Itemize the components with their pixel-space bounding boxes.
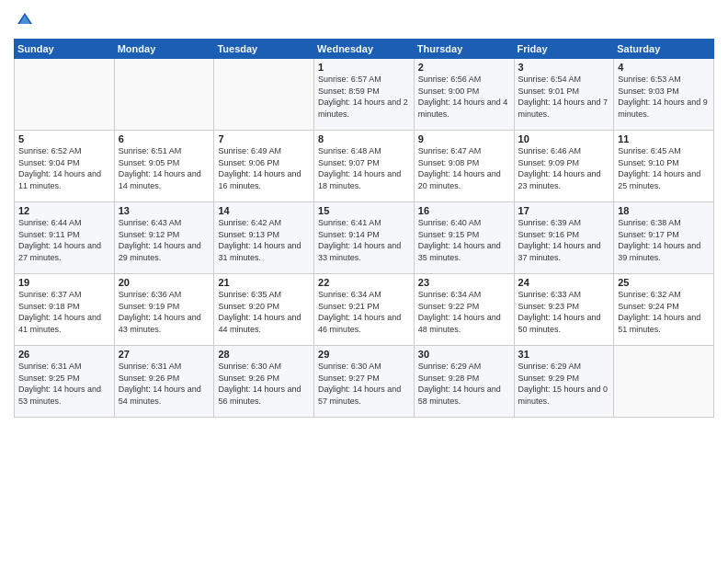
day-info: Sunrise: 6:35 AMSunset: 9:20 PMDaylight:… [218,289,310,335]
day-number: 23 [418,277,510,288]
calendar-table: SundayMondayTuesdayWednesdayThursdayFrid… [14,39,714,418]
day-info: Sunrise: 6:36 AMSunset: 9:19 PMDaylight:… [119,289,210,335]
day-info: Sunrise: 6:30 AMSunset: 9:26 PMDaylight:… [218,361,310,407]
day-info: Sunrise: 6:54 AMSunset: 9:01 PMDaylight:… [518,74,610,120]
day-info: Sunrise: 6:32 AMSunset: 9:24 PMDaylight:… [618,289,710,335]
calendar-cell: 3Sunrise: 6:54 AMSunset: 9:01 PMDaylight… [514,59,614,131]
calendar-week-row: 26Sunrise: 6:31 AMSunset: 9:25 PMDayligh… [15,346,714,418]
day-number: 17 [518,205,610,216]
calendar-cell: 4Sunrise: 6:53 AMSunset: 9:03 PMDaylight… [614,59,714,131]
calendar-cell: 30Sunrise: 6:29 AMSunset: 9:28 PMDayligh… [414,346,514,418]
day-info: Sunrise: 6:56 AMSunset: 9:00 PMDaylight:… [418,74,510,120]
day-info: Sunrise: 6:51 AMSunset: 9:05 PMDaylight:… [119,145,210,191]
day-info: Sunrise: 6:39 AMSunset: 9:16 PMDaylight:… [518,217,610,263]
calendar-cell [214,59,314,131]
calendar-cell: 10Sunrise: 6:46 AMSunset: 9:09 PMDayligh… [514,131,614,202]
day-info: Sunrise: 6:40 AMSunset: 9:15 PMDaylight:… [418,217,510,263]
day-info: Sunrise: 6:31 AMSunset: 9:25 PMDaylight:… [18,361,110,407]
logo-icon [14,9,36,31]
calendar-cell [15,59,115,131]
day-info: Sunrise: 6:44 AMSunset: 9:11 PMDaylight:… [18,217,110,263]
col-header-sunday: Sunday [15,40,115,59]
day-number: 31 [518,349,610,360]
calendar-cell: 23Sunrise: 6:34 AMSunset: 9:22 PMDayligh… [414,274,514,346]
calendar-header-row: SundayMondayTuesdayWednesdayThursdayFrid… [15,40,714,59]
day-number: 12 [18,205,110,216]
day-info: Sunrise: 6:30 AMSunset: 9:27 PMDaylight:… [318,361,410,407]
day-info: Sunrise: 6:41 AMSunset: 9:14 PMDaylight:… [318,217,410,263]
day-info: Sunrise: 6:38 AMSunset: 9:17 PMDaylight:… [618,217,710,263]
day-number: 29 [318,349,410,360]
day-number: 1 [318,62,410,73]
day-info: Sunrise: 6:53 AMSunset: 9:03 PMDaylight:… [618,74,710,120]
col-header-friday: Friday [514,40,614,59]
calendar-cell: 19Sunrise: 6:37 AMSunset: 9:18 PMDayligh… [15,274,115,346]
calendar-week-row: 5Sunrise: 6:52 AMSunset: 9:04 PMDaylight… [15,131,714,202]
calendar-cell: 5Sunrise: 6:52 AMSunset: 9:04 PMDaylight… [15,131,115,202]
calendar-cell: 21Sunrise: 6:35 AMSunset: 9:20 PMDayligh… [214,274,314,346]
calendar-cell: 7Sunrise: 6:49 AMSunset: 9:06 PMDaylight… [214,131,314,202]
calendar-cell: 13Sunrise: 6:43 AMSunset: 9:12 PMDayligh… [114,202,214,274]
day-number: 24 [518,277,610,288]
day-number: 11 [618,133,710,144]
calendar-cell: 17Sunrise: 6:39 AMSunset: 9:16 PMDayligh… [514,202,614,274]
day-info: Sunrise: 6:33 AMSunset: 9:23 PMDaylight:… [518,289,610,335]
day-info: Sunrise: 6:42 AMSunset: 9:13 PMDaylight:… [218,217,310,263]
day-info: Sunrise: 6:46 AMSunset: 9:09 PMDaylight:… [518,145,610,191]
day-number: 21 [218,277,310,288]
day-number: 4 [618,62,710,73]
day-info: Sunrise: 6:29 AMSunset: 9:29 PMDaylight:… [518,361,610,407]
calendar-cell: 25Sunrise: 6:32 AMSunset: 9:24 PMDayligh… [614,274,714,346]
day-number: 14 [218,205,310,216]
col-header-saturday: Saturday [614,40,714,59]
day-number: 20 [119,277,210,288]
calendar-cell: 27Sunrise: 6:31 AMSunset: 9:26 PMDayligh… [114,346,214,418]
day-number: 28 [218,349,310,360]
col-header-tuesday: Tuesday [214,40,314,59]
day-info: Sunrise: 6:47 AMSunset: 9:08 PMDaylight:… [418,145,510,191]
calendar-cell: 2Sunrise: 6:56 AMSunset: 9:00 PMDaylight… [414,59,514,131]
day-number: 8 [318,133,410,144]
day-number: 26 [18,349,110,360]
day-number: 3 [518,62,610,73]
calendar-cell: 22Sunrise: 6:34 AMSunset: 9:21 PMDayligh… [314,274,415,346]
day-info: Sunrise: 6:52 AMSunset: 9:04 PMDaylight:… [18,145,110,191]
day-info: Sunrise: 6:49 AMSunset: 9:06 PMDaylight:… [218,145,310,191]
col-header-wednesday: Wednesday [314,40,415,59]
day-number: 9 [418,133,510,144]
calendar-cell: 18Sunrise: 6:38 AMSunset: 9:17 PMDayligh… [614,202,714,274]
page-header [14,9,714,31]
day-number: 22 [318,277,410,288]
col-header-thursday: Thursday [414,40,514,59]
col-header-monday: Monday [114,40,214,59]
day-number: 30 [418,349,510,360]
calendar-cell: 20Sunrise: 6:36 AMSunset: 9:19 PMDayligh… [114,274,214,346]
day-number: 7 [218,133,310,144]
calendar-cell: 28Sunrise: 6:30 AMSunset: 9:26 PMDayligh… [214,346,314,418]
day-number: 5 [18,133,110,144]
day-info: Sunrise: 6:43 AMSunset: 9:12 PMDaylight:… [119,217,210,263]
calendar-cell: 29Sunrise: 6:30 AMSunset: 9:27 PMDayligh… [314,346,415,418]
day-info: Sunrise: 6:48 AMSunset: 9:07 PMDaylight:… [318,145,410,191]
calendar-cell: 9Sunrise: 6:47 AMSunset: 9:08 PMDaylight… [414,131,514,202]
calendar-cell: 8Sunrise: 6:48 AMSunset: 9:07 PMDaylight… [314,131,415,202]
calendar-cell: 15Sunrise: 6:41 AMSunset: 9:14 PMDayligh… [314,202,415,274]
calendar-cell [614,346,714,418]
day-info: Sunrise: 6:45 AMSunset: 9:10 PMDaylight:… [618,145,710,191]
calendar-week-row: 1Sunrise: 6:57 AMSunset: 8:59 PMDaylight… [15,59,714,131]
day-info: Sunrise: 6:34 AMSunset: 9:21 PMDaylight:… [318,289,410,335]
day-number: 2 [418,62,510,73]
day-number: 18 [618,205,710,216]
day-info: Sunrise: 6:37 AMSunset: 9:18 PMDaylight:… [18,289,110,335]
calendar-cell: 11Sunrise: 6:45 AMSunset: 9:10 PMDayligh… [614,131,714,202]
calendar-cell: 24Sunrise: 6:33 AMSunset: 9:23 PMDayligh… [514,274,614,346]
calendar-cell: 16Sunrise: 6:40 AMSunset: 9:15 PMDayligh… [414,202,514,274]
day-number: 10 [518,133,610,144]
day-number: 16 [418,205,510,216]
day-number: 15 [318,205,410,216]
logo [14,9,40,31]
calendar-cell: 1Sunrise: 6:57 AMSunset: 8:59 PMDaylight… [314,59,415,131]
calendar-cell [114,59,214,131]
day-number: 19 [18,277,110,288]
day-number: 6 [119,133,210,144]
